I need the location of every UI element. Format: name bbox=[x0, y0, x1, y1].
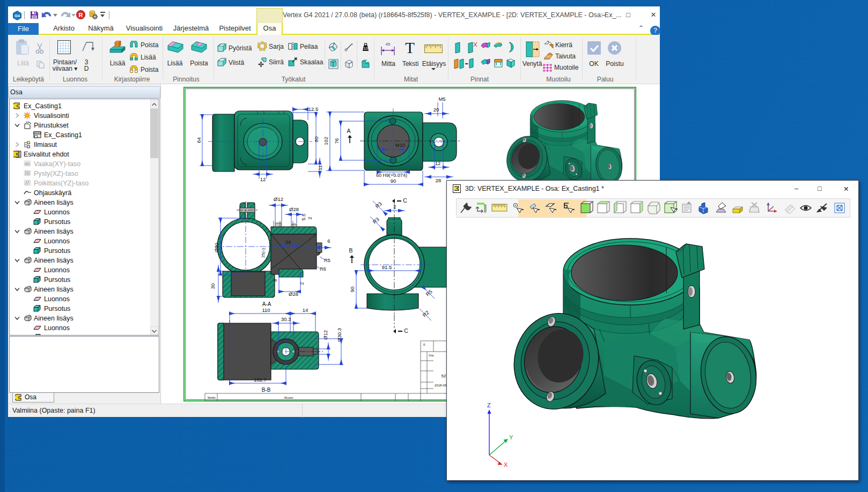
svg-text:64: 64 bbox=[196, 137, 202, 143]
svg-text:10: 10 bbox=[364, 47, 368, 50]
svg-text:25(₍₎): 25(₍₎) bbox=[261, 248, 266, 258]
svg-text:30: 30 bbox=[210, 284, 216, 289]
svg-text:12: 12 bbox=[435, 160, 441, 166]
svg-text:Osa: Osa bbox=[429, 354, 433, 357]
svg-text:91.5: 91.5 bbox=[382, 264, 392, 270]
svg-text:12.5: 12.5 bbox=[308, 106, 319, 112]
svg-text:Merkki: Merkki bbox=[208, 396, 216, 399]
svg-text:90: 90 bbox=[349, 287, 355, 293]
svg-text:102: 102 bbox=[323, 137, 329, 145]
svg-text:102.7: 102.7 bbox=[254, 377, 267, 383]
svg-text:110: 110 bbox=[262, 307, 270, 313]
svg-text:24: 24 bbox=[285, 240, 291, 245]
svg-text:28: 28 bbox=[436, 177, 442, 183]
svg-text:Ø12: Ø12 bbox=[322, 330, 328, 340]
svg-text:A: A bbox=[347, 128, 350, 134]
svg-text:R6: R6 bbox=[320, 266, 326, 272]
svg-text:C: C bbox=[404, 327, 408, 334]
svg-text:5.5: 5.5 bbox=[301, 214, 306, 221]
svg-text:Z: Z bbox=[487, 402, 491, 408]
svg-text:30.3: 30.3 bbox=[281, 316, 291, 322]
svg-text:M5: M5 bbox=[438, 96, 445, 102]
svg-text:R5: R5 bbox=[324, 258, 330, 263]
svg-text:12: 12 bbox=[260, 176, 266, 182]
svg-text:76: 76 bbox=[334, 138, 340, 144]
svg-text:6: 6 bbox=[273, 279, 278, 281]
svg-text:52: 52 bbox=[442, 374, 446, 378]
svg-text:X: X bbox=[504, 461, 508, 467]
svg-text:45: 45 bbox=[386, 42, 391, 47]
svg-text:11: 11 bbox=[317, 165, 323, 170]
svg-text:Ø12: Ø12 bbox=[274, 196, 283, 202]
svg-text:C: C bbox=[403, 197, 407, 204]
svg-text:Ø28: Ø28 bbox=[289, 206, 299, 212]
svg-text:M10: M10 bbox=[395, 142, 405, 148]
svg-text:Ø90: Ø90 bbox=[214, 243, 219, 252]
svg-text:60 H9(+0.074): 60 H9(+0.074) bbox=[376, 173, 407, 178]
svg-text:B: B bbox=[349, 247, 352, 254]
svg-text:80: 80 bbox=[313, 137, 319, 143]
svg-text:G4: G4 bbox=[14, 13, 20, 18]
svg-text:Ø28: Ø28 bbox=[289, 291, 298, 297]
svg-text:Y: Y bbox=[509, 434, 513, 441]
svg-text:14: 14 bbox=[303, 307, 308, 313]
svg-text:90: 90 bbox=[391, 178, 396, 184]
svg-text:6: 6 bbox=[327, 238, 330, 244]
svg-text:20: 20 bbox=[433, 107, 439, 113]
svg-text:2: 2 bbox=[307, 217, 313, 219]
svg-text:A-A: A-A bbox=[262, 301, 271, 307]
svg-text:2: 2 bbox=[393, 204, 396, 210]
svg-text:B-B: B-B bbox=[262, 387, 271, 393]
svg-text:2: 2 bbox=[299, 282, 305, 285]
svg-text:Muutos: Muutos bbox=[284, 396, 293, 399]
